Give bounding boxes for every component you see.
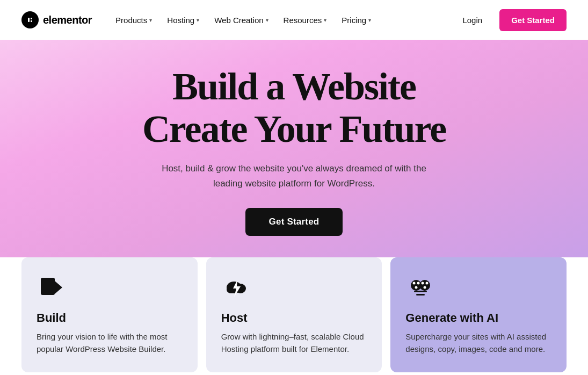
build-icon: [37, 272, 67, 302]
svg-rect-1: [28, 18, 30, 22]
card-ai-title: Generate with AI: [405, 311, 551, 325]
ai-icon: [405, 272, 435, 302]
hero-section: Build a Website Create Your Future Host,…: [0, 40, 588, 257]
card-build-desc: Bring your vision to life with the most …: [37, 330, 183, 356]
chevron-down-icon: ▾: [368, 17, 371, 23]
cards-section: Build Bring your vision to life with the…: [0, 257, 588, 373]
host-icon: [221, 272, 251, 302]
card-ai: Generate with AI Supercharge your sites …: [390, 257, 567, 373]
svg-point-0: [25, 15, 35, 25]
svg-point-13: [417, 282, 420, 284]
nav-item-pricing[interactable]: Pricing ▾: [335, 11, 378, 29]
logo-icon: [21, 11, 39, 28]
card-host-title: Host: [221, 311, 367, 325]
nav-links: Products ▾ Hosting ▾ Web Creation ▾ Reso…: [109, 11, 454, 29]
hero-get-started-button[interactable]: Get Started: [245, 208, 343, 236]
svg-rect-2: [31, 18, 32, 19]
svg-rect-3: [31, 20, 32, 22]
nav-get-started-button[interactable]: Get Started: [499, 9, 567, 31]
svg-point-11: [419, 280, 430, 291]
svg-rect-19: [416, 294, 425, 295]
chevron-down-icon: ▾: [197, 17, 199, 23]
logo-text: elementor: [43, 14, 92, 26]
card-ai-desc: Supercharge your sites with AI assisted …: [405, 330, 551, 356]
svg-point-14: [415, 286, 418, 289]
svg-point-15: [422, 282, 424, 284]
nav-right: Login Get Started: [454, 9, 567, 31]
logo[interactable]: elementor: [21, 11, 92, 28]
nav-item-products[interactable]: Products ▾: [109, 11, 158, 29]
card-build-title: Build: [37, 311, 183, 325]
svg-point-16: [426, 282, 429, 284]
svg-point-12: [413, 282, 416, 284]
svg-point-17: [424, 286, 426, 289]
hero-title: Build a Website Create Your Future: [142, 66, 446, 150]
svg-marker-5: [55, 281, 62, 294]
login-button[interactable]: Login: [454, 11, 491, 29]
chevron-down-icon: ▾: [324, 17, 326, 23]
navigation: elementor Products ▾ Hosting ▾ Web Creat…: [0, 0, 588, 40]
hero-subtitle: Host, build & grow the website you've al…: [155, 161, 434, 190]
nav-item-resources[interactable]: Resources ▾: [277, 11, 333, 29]
card-host-desc: Grow with lightning–fast, scalable Cloud…: [221, 330, 367, 356]
card-build: Build Bring your vision to life with the…: [21, 257, 198, 373]
nav-item-web-creation[interactable]: Web Creation ▾: [208, 11, 274, 29]
nav-item-hosting[interactable]: Hosting ▾: [161, 11, 206, 29]
chevron-down-icon: ▾: [149, 17, 152, 23]
svg-rect-4: [41, 278, 55, 295]
chevron-down-icon: ▾: [266, 17, 268, 23]
card-host: Host Grow with lightning–fast, scalable …: [206, 257, 382, 373]
svg-rect-18: [414, 291, 427, 292]
